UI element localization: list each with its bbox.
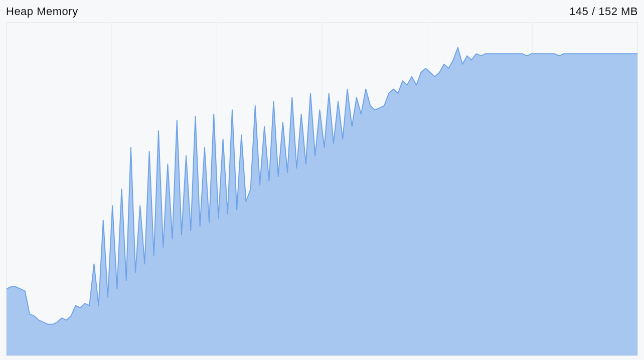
chart-title: Heap Memory: [6, 5, 78, 18]
chart-area: [6, 22, 638, 356]
chart-status: 145 / 152 MB: [569, 5, 638, 18]
area-chart-svg: [7, 23, 637, 355]
chart-header: Heap Memory 145 / 152 MB: [0, 0, 644, 22]
